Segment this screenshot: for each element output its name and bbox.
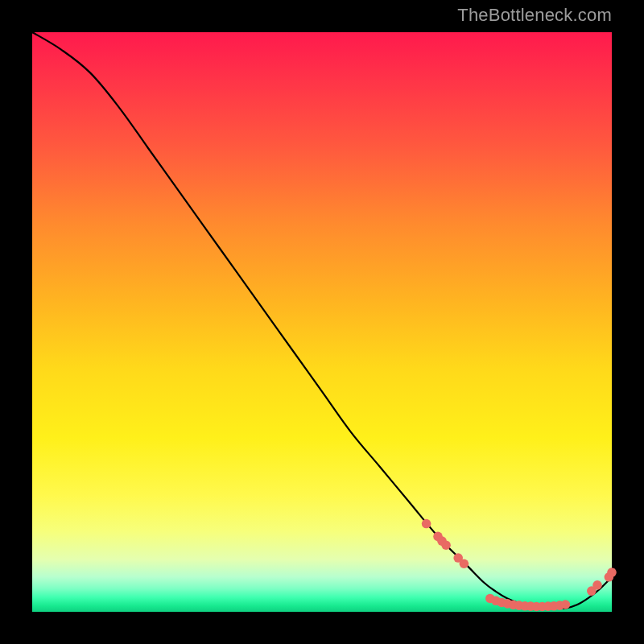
data-marker <box>460 559 469 568</box>
data-markers <box>422 519 617 612</box>
data-marker <box>561 600 571 609</box>
watermark-text: TheBottleneck.com <box>457 5 612 26</box>
chart-stage: TheBottleneck.com <box>0 0 644 644</box>
data-marker <box>441 540 451 550</box>
data-marker <box>592 580 602 590</box>
data-marker <box>422 519 431 529</box>
data-marker <box>607 568 617 577</box>
bottleneck-curve <box>32 32 612 609</box>
chart-svg <box>32 32 612 612</box>
plot-area <box>32 32 612 612</box>
